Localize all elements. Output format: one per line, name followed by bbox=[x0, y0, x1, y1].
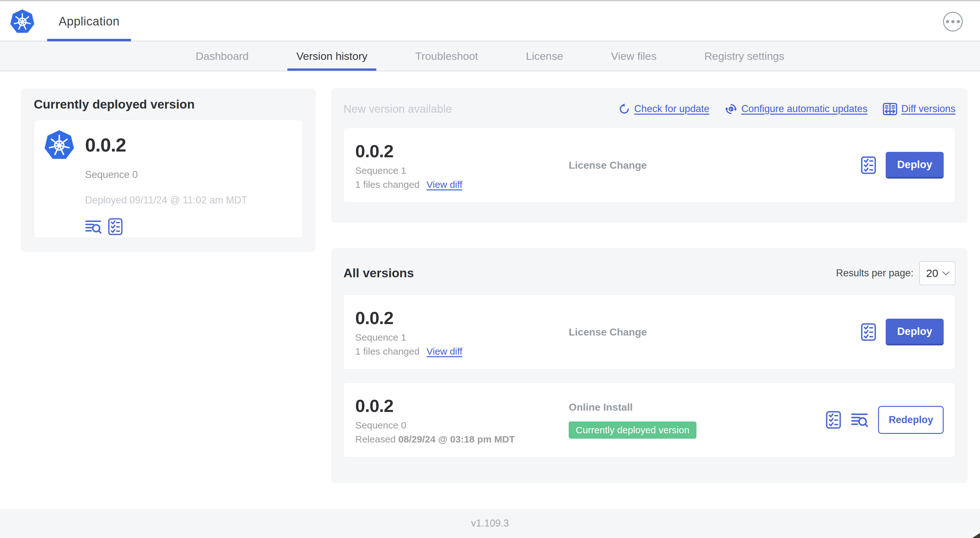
version-sequence: Sequence 1 bbox=[355, 332, 569, 343]
tab-view-files[interactable]: View files bbox=[602, 41, 665, 71]
preflight-checks-icon[interactable] bbox=[861, 156, 876, 174]
view-logs-icon[interactable] bbox=[851, 412, 869, 428]
kubernetes-logo-icon bbox=[10, 8, 35, 34]
version-number: 0.0.2 bbox=[355, 141, 569, 161]
version-source-label: License Change bbox=[569, 159, 861, 171]
current-version-sequence: Sequence 0 bbox=[85, 169, 293, 181]
tab-dashboard[interactable]: Dashboard bbox=[187, 41, 258, 71]
diff-versions-link[interactable]: Diff versions bbox=[883, 103, 956, 115]
preflight-checks-icon[interactable] bbox=[108, 218, 123, 235]
deploy-button[interactable]: Deploy bbox=[886, 152, 944, 179]
files-changed-label: 1 files changed bbox=[355, 346, 420, 357]
tab-version-history[interactable]: Version history bbox=[287, 41, 376, 71]
current-version-deployed-date: Deployed 09/11/24 @ 11:02 am MDT bbox=[85, 195, 293, 206]
console-version: v1.109.3 bbox=[471, 517, 509, 529]
version-row: 0.0.2 Sequence 1 1 files changed View di… bbox=[344, 294, 956, 370]
app-tab[interactable]: Application bbox=[47, 1, 131, 41]
refresh-icon bbox=[618, 103, 630, 115]
preflight-checks-icon[interactable] bbox=[826, 411, 841, 429]
currently-deployed-badge: Currently deployed version bbox=[569, 422, 697, 439]
version-number: 0.0.2 bbox=[355, 395, 569, 416]
all-versions-panel: All versions Results per page: 20 0.0.2 … bbox=[331, 248, 967, 483]
results-per-page-label: Results per page: bbox=[836, 267, 913, 279]
redeploy-button[interactable]: Redeploy bbox=[878, 406, 944, 434]
view-diff-link[interactable]: View diff bbox=[426, 346, 462, 357]
currently-deployed-card: 0.0.2 Sequence 0 Deployed 09/11/24 @ 11:… bbox=[34, 120, 303, 238]
chevron-down-icon bbox=[942, 271, 950, 276]
app-header: Application bbox=[0, 1, 980, 41]
tab-registry-settings[interactable]: Registry settings bbox=[695, 41, 793, 71]
version-sequence: Sequence 1 bbox=[355, 165, 569, 176]
view-diff-link[interactable]: View diff bbox=[426, 179, 462, 190]
app-title: Application bbox=[59, 15, 119, 29]
tab-troubleshoot[interactable]: Troubleshoot bbox=[406, 41, 487, 71]
version-source-label: Online Install bbox=[569, 402, 826, 413]
nav-tab-bar: Dashboard Version history Troubleshoot L… bbox=[0, 41, 980, 71]
version-number: 0.0.2 bbox=[355, 308, 569, 328]
tab-license[interactable]: License bbox=[517, 41, 572, 71]
kubernetes-logo-icon bbox=[44, 129, 75, 161]
current-version-number: 0.0.2 bbox=[85, 134, 126, 156]
results-per-page-select[interactable]: 20 bbox=[919, 261, 956, 285]
version-source-label: License Change bbox=[569, 326, 861, 338]
deploy-button[interactable]: Deploy bbox=[886, 319, 944, 345]
auto-update-icon bbox=[725, 103, 737, 115]
version-sequence: Sequence 0 bbox=[355, 420, 569, 431]
released-date: Released 08/29/24 @ 03:18 pm MDT bbox=[355, 434, 515, 445]
files-changed-label: 1 files changed bbox=[355, 179, 420, 190]
currently-deployed-panel: Currently deployed version 0.0.2 bbox=[21, 89, 316, 252]
new-version-heading: New version available bbox=[344, 103, 452, 115]
cursor-artifact bbox=[972, 533, 980, 538]
all-versions-heading: All versions bbox=[344, 266, 414, 280]
diff-icon bbox=[883, 103, 897, 115]
new-version-panel: New version available Check for update bbox=[331, 88, 967, 223]
currently-deployed-heading: Currently deployed version bbox=[34, 97, 316, 111]
preflight-checks-icon[interactable] bbox=[861, 323, 876, 341]
view-logs-icon[interactable] bbox=[85, 219, 102, 234]
configure-automatic-updates-link[interactable]: Configure automatic updates bbox=[725, 103, 867, 115]
version-row: 0.0.2 Sequence 0 Released 08/29/24 @ 03:… bbox=[344, 382, 956, 457]
ellipsis-icon bbox=[946, 20, 949, 23]
footer: v1.109.3 bbox=[0, 509, 980, 538]
check-for-update-link[interactable]: Check for update bbox=[618, 103, 710, 115]
more-options-button[interactable] bbox=[943, 12, 963, 32]
new-version-row: 0.0.2 Sequence 1 1 files changed View di… bbox=[344, 128, 956, 203]
